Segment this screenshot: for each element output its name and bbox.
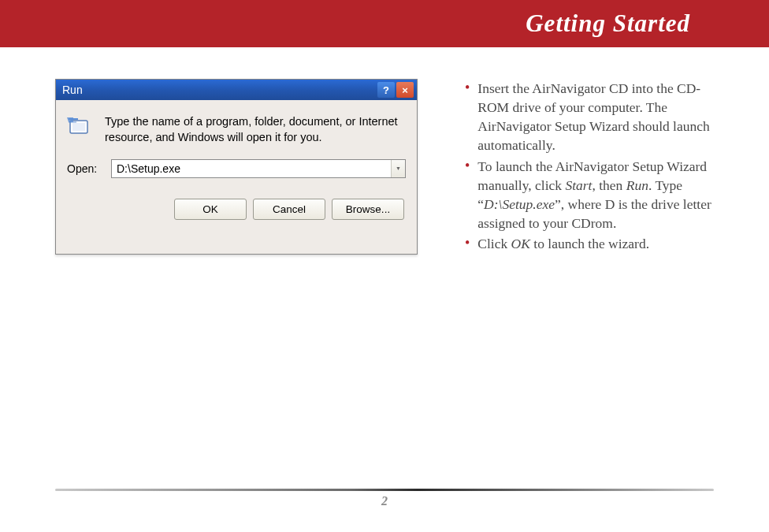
text-fragment: Click bbox=[477, 236, 511, 251]
text-fragment: to launch the wizard. bbox=[530, 236, 649, 251]
footer-divider bbox=[55, 489, 714, 491]
run-literal: Run bbox=[626, 177, 648, 193]
step-2-text: To launch the AirNavigator Setup Wizard … bbox=[477, 157, 722, 233]
command-literal: D:\Setup.exe bbox=[484, 196, 555, 212]
ok-literal: OK bbox=[511, 236, 530, 251]
browse-button[interactable]: Browse... bbox=[332, 199, 404, 220]
step-3-text: Click OK to launch the wizard. bbox=[477, 234, 722, 253]
help-button[interactable]: ? bbox=[377, 82, 395, 98]
dialog-title: Run bbox=[62, 84, 376, 96]
start-literal: Start bbox=[565, 177, 592, 193]
open-input[interactable] bbox=[112, 162, 391, 175]
header-bar: Getting Started bbox=[0, 0, 769, 47]
chevron-down-icon[interactable]: ▼ bbox=[391, 160, 405, 177]
run-dialog: Run ? × Type the name of a program, fold… bbox=[55, 79, 418, 255]
list-item: • Insert the AirNavigator CD into the CD… bbox=[465, 79, 722, 155]
bullet-icon: • bbox=[465, 157, 470, 233]
list-item: • To launch the AirNavigator Setup Wizar… bbox=[465, 157, 722, 233]
open-label: Open: bbox=[67, 162, 102, 175]
cancel-button[interactable]: Cancel bbox=[253, 199, 325, 220]
dialog-button-row: OK Cancel Browse... bbox=[67, 199, 406, 220]
list-item: • Click OK to launch the wizard. bbox=[465, 234, 722, 253]
ok-button[interactable]: OK bbox=[174, 199, 247, 220]
open-combobox[interactable]: ▼ bbox=[111, 159, 406, 178]
open-field-row: Open: ▼ bbox=[67, 159, 406, 178]
text-fragment: , then bbox=[592, 177, 626, 193]
instruction-list: • Insert the AirNavigator CD into the CD… bbox=[465, 79, 722, 255]
dialog-body: Type the name of a program, folder, docu… bbox=[56, 100, 417, 231]
content-area: Run ? × Type the name of a program, fold… bbox=[0, 47, 769, 255]
bullet-icon: • bbox=[465, 79, 470, 155]
page-title: Getting Started bbox=[526, 9, 690, 38]
step-1-text: Insert the AirNavigator CD into the CD-R… bbox=[477, 79, 722, 155]
dialog-instruction-text: Type the name of a program, folder, docu… bbox=[105, 114, 406, 145]
svg-rect-1 bbox=[72, 123, 85, 131]
footer: 2 bbox=[55, 489, 714, 508]
bullet-icon: • bbox=[465, 234, 470, 253]
page-number: 2 bbox=[55, 494, 714, 508]
close-button[interactable]: × bbox=[396, 82, 414, 98]
dialog-titlebar: Run ? × bbox=[56, 80, 417, 100]
dialog-instruction-row: Type the name of a program, folder, docu… bbox=[67, 114, 406, 145]
run-icon bbox=[67, 114, 94, 138]
